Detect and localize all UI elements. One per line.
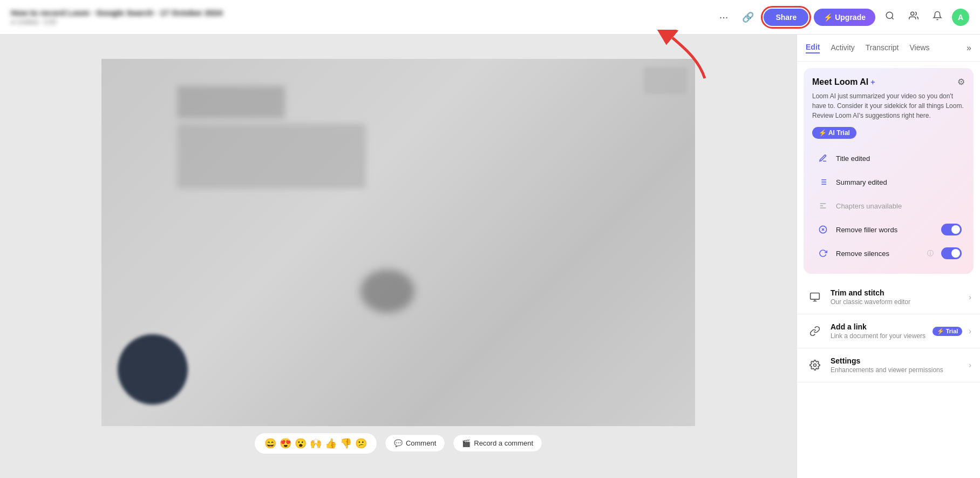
silences-toggle[interactable] xyxy=(941,247,962,259)
ai-item-filler-label: Remove filler words xyxy=(836,226,936,234)
emoji-thumbsup[interactable]: 👍 xyxy=(325,437,337,449)
ai-item-summary-label: Summary edited xyxy=(836,178,962,186)
ai-trial-badge[interactable]: ⚡ AI Trial xyxy=(812,127,856,139)
link-button[interactable]: 🔗 xyxy=(738,9,758,25)
trim-stitch-text: Trim and stitch Our classic waveform edi… xyxy=(831,288,962,306)
add-link-subtitle: Link a document for your viewers xyxy=(831,332,926,340)
add-link-text: Add a link Link a document for your view… xyxy=(831,322,926,340)
section-trim-stitch[interactable]: Trim and stitch Our classic waveform edi… xyxy=(797,280,980,314)
trim-stitch-subtitle: Our classic waveform editor xyxy=(831,298,962,306)
filler-words-toggle[interactable] xyxy=(941,224,962,235)
ai-settings-icon[interactable]: ⚙ xyxy=(957,77,965,87)
people-button[interactable] xyxy=(904,9,923,25)
ai-card-description: Loom AI just summarized your video so yo… xyxy=(812,91,965,120)
silences-info-icon[interactable]: ⓘ xyxy=(927,249,934,258)
ai-plus-icon: + xyxy=(870,78,875,86)
emoji-thumbsdown[interactable]: 👎 xyxy=(340,437,352,449)
ai-item-title-icon xyxy=(815,151,831,166)
video-top-right-element xyxy=(644,67,687,94)
ai-item-silences-label: Remove silences xyxy=(836,250,922,258)
comment-icon: 💬 xyxy=(394,439,403,447)
video-avatar-circle xyxy=(118,334,188,405)
settings-text: Settings Enhancements and viewer permiss… xyxy=(831,356,962,374)
add-link-title: Add a link xyxy=(831,322,926,331)
ai-item-silences-icon xyxy=(815,246,831,261)
search-button[interactable] xyxy=(881,9,899,25)
video-blur-element-1 xyxy=(177,86,285,118)
comment-button[interactable]: 💬 Comment xyxy=(385,434,445,452)
video-controls: 😄 😍 😮 🙌 👍 👎 😕 💬 Comment 🎬 Record a comme… xyxy=(254,433,542,454)
ai-item-chapters-icon xyxy=(815,198,831,213)
emoji-laugh[interactable]: 😄 xyxy=(264,437,276,449)
emoji-love[interactable]: 😍 xyxy=(280,437,291,449)
settings-title: Settings xyxy=(831,356,962,365)
panel-tabs: Edit Activity Transcript Views » xyxy=(797,35,980,62)
settings-arrow: › xyxy=(969,361,971,369)
ai-card: Meet Loom AI+ ⚙ Loom AI just summarized … xyxy=(804,68,974,274)
add-link-trial-badge: ⚡ Trial xyxy=(933,327,963,336)
emoji-reactions-bar[interactable]: 😄 😍 😮 🙌 👍 👎 😕 xyxy=(254,433,377,454)
video-blur-element-3 xyxy=(360,270,414,313)
video-area: 😄 😍 😮 🙌 👍 👎 😕 💬 Comment 🎬 Record a comme… xyxy=(0,35,797,478)
ai-item-chapters-label: Chapters unavailable xyxy=(836,202,962,210)
settings-icon xyxy=(806,356,824,374)
main-layout: 😄 😍 😮 🙌 👍 👎 😕 💬 Comment 🎬 Record a comme… xyxy=(0,35,980,478)
share-button[interactable]: Share xyxy=(764,9,808,26)
ai-item-filler-words[interactable]: Remove filler words xyxy=(812,218,965,241)
tab-activity[interactable]: Activity xyxy=(831,43,854,53)
topbar-subtitle: ● Untitled · 0:00 xyxy=(11,18,709,26)
trim-stitch-arrow: › xyxy=(969,293,971,301)
ai-item-title-label: Title edited xyxy=(836,154,962,163)
tab-transcript[interactable]: Transcript xyxy=(866,43,899,53)
emoji-confused[interactable]: 😕 xyxy=(355,437,367,449)
topbar-title-area: How to record Loom · Google Search · 17 … xyxy=(11,8,709,26)
trim-stitch-title: Trim and stitch xyxy=(831,288,962,297)
right-panel: Edit Activity Transcript Views » Meet Lo… xyxy=(797,35,980,478)
ai-card-header: Meet Loom AI+ ⚙ xyxy=(812,77,965,87)
add-link-arrow: › xyxy=(969,327,971,335)
upgrade-button[interactable]: ⚡ Upgrade xyxy=(814,9,875,26)
svg-point-2 xyxy=(911,12,914,15)
record-comment-button[interactable]: 🎬 Record a comment xyxy=(453,434,542,452)
add-link-icon xyxy=(806,322,824,340)
ai-item-summary-icon xyxy=(815,174,831,190)
topbar-actions: ··· 🔗 Share ⚡ Upgrade A xyxy=(715,9,969,26)
section-add-link[interactable]: Add a link Link a document for your view… xyxy=(797,314,980,348)
avatar: A xyxy=(952,9,969,26)
settings-subtitle: Enhancements and viewer permissions xyxy=(831,366,962,374)
svg-point-11 xyxy=(814,364,816,367)
ai-item-silences[interactable]: Remove silences ⓘ xyxy=(812,241,965,265)
emoji-wow[interactable]: 😮 xyxy=(295,437,307,449)
svg-rect-10 xyxy=(811,293,820,300)
video-container xyxy=(101,59,695,426)
ai-card-title: Meet Loom AI+ xyxy=(812,77,875,87)
record-label: Record a comment xyxy=(474,439,533,447)
trim-stitch-icon xyxy=(806,288,824,306)
video-blur-element-2 xyxy=(177,124,366,188)
ai-item-chapters[interactable]: Chapters unavailable xyxy=(812,194,965,218)
tab-edit[interactable]: Edit xyxy=(806,43,820,53)
svg-point-1 xyxy=(886,12,893,18)
comment-label: Comment xyxy=(406,439,436,447)
tab-views[interactable]: Views xyxy=(910,43,930,53)
more-options-button[interactable]: ··· xyxy=(715,9,733,25)
emoji-clap[interactable]: 🙌 xyxy=(310,437,322,449)
video-background xyxy=(101,59,695,426)
record-icon: 🎬 xyxy=(462,439,471,447)
notifications-button[interactable] xyxy=(928,9,947,25)
topbar-title: How to record Loom · Google Search · 17 … xyxy=(11,8,709,17)
ai-item-filler-icon xyxy=(815,222,831,237)
ai-item-title[interactable]: Title edited xyxy=(812,146,965,170)
ai-item-summary[interactable]: Summary edited xyxy=(812,170,965,194)
panel-collapse-button[interactable]: » xyxy=(967,43,971,53)
topbar: How to record Loom · Google Search · 17 … xyxy=(0,0,980,35)
section-settings[interactable]: Settings Enhancements and viewer permiss… xyxy=(797,348,980,382)
